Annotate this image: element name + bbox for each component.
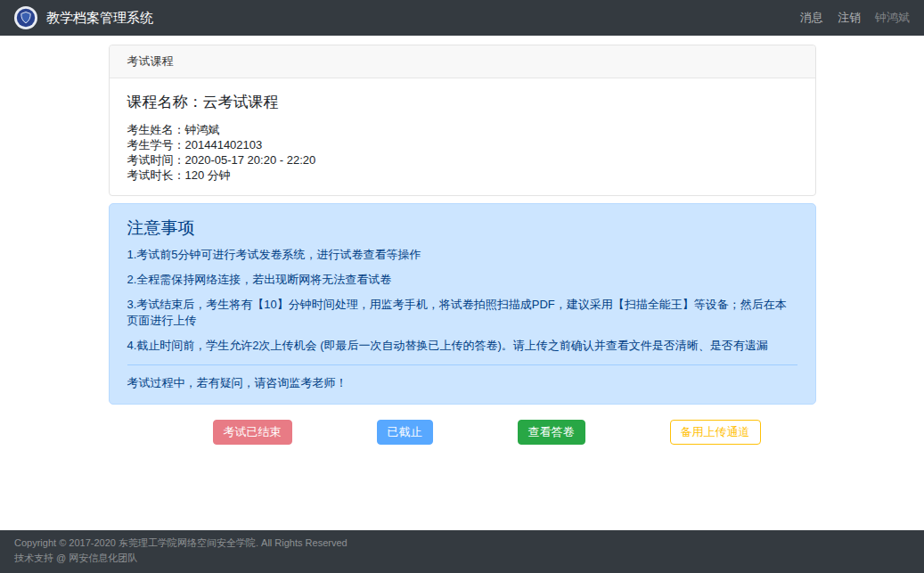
student-name-label: 考生姓名： (127, 123, 185, 136)
nav-link-messages[interactable]: 消息 (800, 10, 823, 26)
notice-item: 1.考试前5分钟可进行考试发卷系统，进行试卷查看等操作 (127, 247, 797, 263)
notice-item: 3.考试结束后，考生将有【10】分钟时间处理，用监考手机，将试卷拍照扫描成PDF… (127, 297, 797, 329)
navbar-brand-label: 教学档案管理系统 (46, 10, 153, 27)
main-content: 考试课程 课程名称：云考试课程 考生姓名：钟鸿斌 考生学号：2014414021… (109, 45, 816, 445)
student-id-row: 考生学号：201441402103 (127, 137, 797, 152)
card-header-title: 考试课程 (110, 45, 815, 78)
navbar: 教学档案管理系统 消息 注销 钟鸿斌 (0, 0, 924, 36)
student-name-row: 考生姓名：钟鸿斌 (127, 122, 797, 137)
navbar-username: 钟鸿斌 (875, 10, 910, 26)
exam-time-label: 考试时间： (127, 153, 185, 167)
deadline-passed-button: 已截止 (377, 420, 433, 445)
notice-title: 注意事项 (127, 217, 797, 240)
student-name-value: 钟鸿斌 (185, 123, 220, 136)
action-button-row: 考试已结束 已截止 查看答卷 备用上传通道 (109, 420, 816, 445)
student-id-label: 考生学号： (127, 138, 185, 151)
card-body: 课程名称：云考试课程 考生姓名：钟鸿斌 考生学号：201441402103 考试… (110, 78, 815, 195)
notice-alert: 注意事项 1.考试前5分钟可进行考试发卷系统，进行试卷查看等操作 2.全程需保持… (109, 203, 816, 405)
school-logo-icon (14, 6, 37, 29)
course-name-value: 云考试课程 (203, 94, 279, 111)
exam-ended-button: 考试已结束 (213, 420, 292, 445)
exam-time-row: 考试时间：2020-05-17 20:20 - 22:20 (127, 152, 797, 168)
exam-duration-value: 120 分钟 (185, 168, 231, 182)
footer-copyright: Copyright © 2017-2020 东莞理工学院网络空间安全学院. Al… (14, 536, 910, 552)
view-answers-button[interactable]: 查看答卷 (518, 420, 585, 445)
notice-item: 4.截止时间前，学生允许2次上传机会 (即最后一次自动替换已上传的答卷)。请上传… (127, 338, 797, 354)
navbar-brand[interactable]: 教学档案管理系统 (14, 6, 153, 29)
notice-item: 2.全程需保持网络连接，若出现断网将无法查看试卷 (127, 272, 797, 288)
page-footer: Copyright © 2017-2020 东莞理工学院网络空间安全学院. Al… (0, 530, 924, 573)
notice-divider (127, 364, 797, 365)
course-name: 课程名称：云考试课程 (127, 92, 797, 112)
student-id-value: 201441402103 (185, 138, 263, 151)
footer-support: 技术支持 @ 网安信息化团队 (14, 551, 910, 567)
exam-duration-label: 考试时长： (127, 168, 185, 182)
course-name-label: 课程名称： (127, 94, 203, 111)
backup-upload-channel-button[interactable]: 备用上传通道 (670, 420, 761, 445)
nav-link-logout[interactable]: 注销 (838, 10, 861, 26)
exam-time-value: 2020-05-17 20:20 - 22:20 (185, 153, 316, 167)
notice-footer-text: 考试过程中，若有疑问，请咨询监考老师！ (127, 375, 797, 391)
exam-course-card: 考试课程 课程名称：云考试课程 考生姓名：钟鸿斌 考生学号：2014414021… (109, 45, 816, 196)
exam-duration-row: 考试时长：120 分钟 (127, 168, 797, 183)
